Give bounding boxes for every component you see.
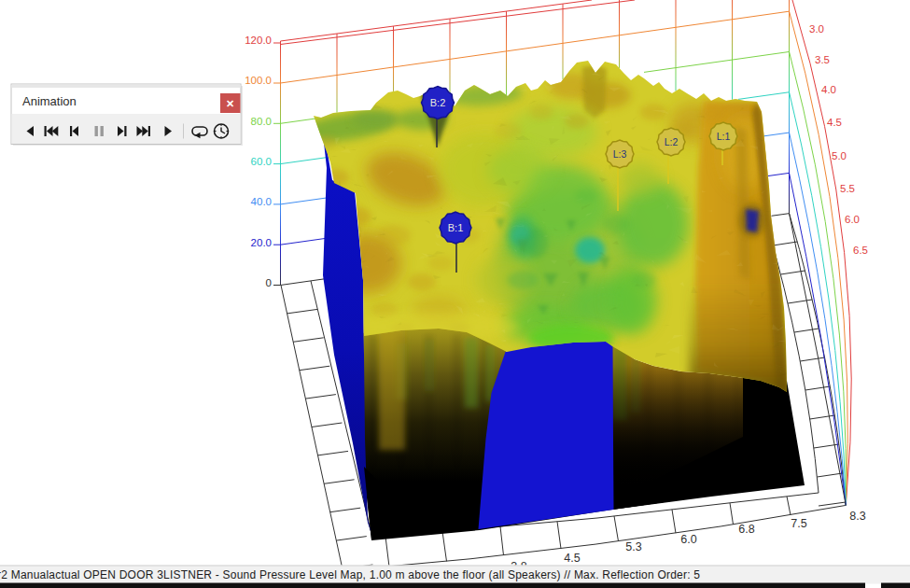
- svg-text:80.0: 80.0: [251, 116, 272, 127]
- svg-text:3.0: 3.0: [809, 23, 824, 35]
- svg-text:6.8: 6.8: [738, 523, 754, 536]
- svg-text:0: 0: [266, 277, 272, 288]
- svg-text:20.0: 20.0: [251, 237, 272, 248]
- svg-text:6.0: 6.0: [680, 533, 696, 546]
- svg-text:7.5: 7.5: [791, 517, 806, 530]
- svg-text:8.3: 8.3: [849, 510, 865, 523]
- svg-text:120.0: 120.0: [245, 35, 272, 46]
- svg-text:L:2: L:2: [665, 136, 679, 147]
- svg-text:B:1: B:1: [448, 222, 464, 233]
- svg-text:6.0: 6.0: [845, 214, 860, 225]
- svg-text:100.0: 100.0: [245, 75, 272, 86]
- svg-text:B:2: B:2: [430, 97, 446, 108]
- svg-text:L:3: L:3: [613, 148, 627, 160]
- svg-text:5.0: 5.0: [832, 150, 847, 161]
- svg-text:4.0: 4.0: [821, 84, 836, 95]
- svg-text:✕: ✕: [226, 98, 234, 109]
- svg-text:Animation: Animation: [22, 94, 77, 108]
- svg-text:L:1: L:1: [717, 131, 731, 142]
- svg-text:4.5: 4.5: [827, 117, 842, 128]
- svg-text:40.0: 40.0: [251, 196, 272, 207]
- svg-text:4.5: 4.5: [564, 552, 580, 565]
- svg-text:5.3: 5.3: [625, 540, 641, 553]
- svg-text:5.5: 5.5: [840, 183, 855, 194]
- svg-text:r2 Manualactual OPEN DOOR 3LIS: r2 Manualactual OPEN DOOR 3LISTNER - Sou…: [0, 568, 700, 581]
- svg-text:60.0: 60.0: [251, 156, 272, 167]
- svg-text:6.5: 6.5: [853, 245, 868, 256]
- svg-text:3.5: 3.5: [815, 54, 830, 65]
